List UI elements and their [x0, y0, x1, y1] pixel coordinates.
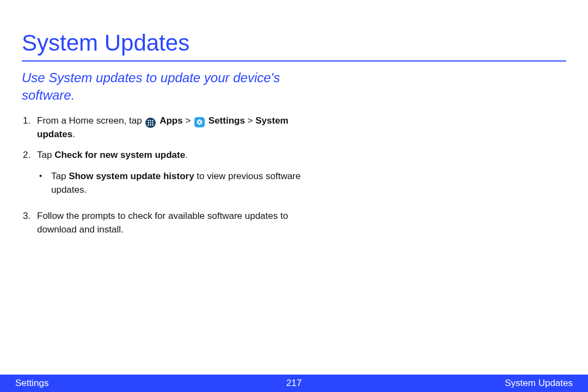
step-body: From a Home screen, tap Apps > Settings …	[37, 114, 327, 142]
page-footer: Settings 217 System Updates	[0, 375, 588, 392]
step-text: Tap	[37, 150, 54, 160]
step-number: 1.	[22, 114, 37, 142]
bullet-prefix: Tap	[51, 171, 69, 181]
bullet-item: • Tap Show system update history to view…	[37, 170, 327, 197]
show-history-label: Show system update history	[69, 171, 194, 181]
bullet-mark: •	[37, 170, 51, 197]
period: .	[185, 150, 188, 160]
step-number: 2.	[22, 149, 37, 202]
intro-text: Use System updates to update your device…	[22, 69, 327, 105]
step-body: Tap Check for new system update. • Tap S…	[37, 149, 327, 202]
page-title: System Updates	[22, 30, 566, 56]
page-number: 217	[286, 378, 302, 389]
step-3: 3. Follow the prompts to check for avail…	[22, 210, 327, 236]
apps-label: Apps	[160, 115, 183, 126]
step-text: From a Home screen, tap	[37, 115, 144, 126]
apps-icon	[145, 118, 156, 128]
steps-list: 1. From a Home screen, tap Apps > Settin…	[22, 114, 327, 237]
title-rule	[22, 60, 566, 62]
step-2: 2. Tap Check for new system update. • Ta…	[22, 149, 327, 202]
bullet-body: Tap Show system update history to view p…	[51, 170, 327, 197]
period: .	[72, 129, 75, 139]
bullet-list: • Tap Show system update history to view…	[37, 170, 327, 197]
check-update-label: Check for new system update	[54, 150, 185, 160]
separator: >	[183, 115, 193, 126]
step-body: Follow the prompts to check for availabl…	[37, 210, 327, 236]
settings-icon	[194, 117, 205, 127]
step-number: 3.	[22, 210, 37, 236]
step-1: 1. From a Home screen, tap Apps > Settin…	[22, 114, 327, 142]
footer-topic: System Updates	[505, 378, 573, 389]
settings-label: Settings	[209, 115, 245, 126]
document-page: System Updates Use System updates to upd…	[0, 0, 588, 237]
footer-section: Settings	[15, 378, 48, 389]
separator: >	[245, 115, 255, 126]
